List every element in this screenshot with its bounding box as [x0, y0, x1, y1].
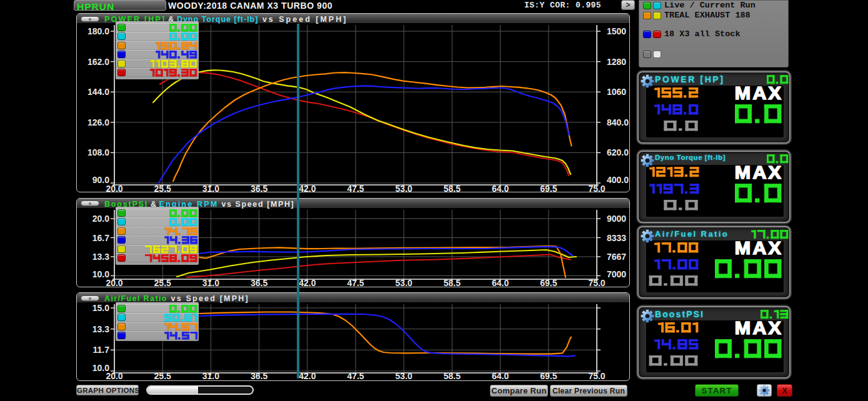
- svg-text:13.3: 13.3: [92, 324, 109, 334]
- svg-text:42.0: 42.0: [299, 184, 316, 192]
- svg-text:69.5: 69.5: [540, 371, 557, 380]
- svg-text:36.5: 36.5: [251, 184, 267, 192]
- svg-text:47.5: 47.5: [347, 371, 364, 380]
- svg-text:36.5: 36.5: [251, 371, 267, 380]
- svg-text:47.5: 47.5: [347, 184, 364, 192]
- svg-text:8333: 8333: [607, 233, 626, 243]
- svg-text:7000: 7000: [607, 269, 626, 279]
- svg-text:1060: 1060: [607, 87, 626, 97]
- svg-text:64.0: 64.0: [492, 371, 509, 380]
- svg-text:69.5: 69.5: [540, 184, 557, 192]
- svg-text:16.7: 16.7: [92, 233, 109, 243]
- svg-text:69.5: 69.5: [540, 278, 557, 287]
- svg-text:162.0: 162.0: [87, 57, 109, 67]
- svg-text:25.5: 25.5: [154, 278, 171, 287]
- svg-text:144.0: 144.0: [87, 87, 109, 97]
- svg-text:20.0: 20.0: [106, 184, 122, 192]
- svg-text:64.0: 64.0: [492, 184, 509, 192]
- svg-text:75.0: 75.0: [588, 371, 605, 380]
- svg-text:58.5: 58.5: [444, 278, 461, 287]
- svg-text:20.0: 20.0: [106, 278, 122, 287]
- svg-text:58.5: 58.5: [444, 371, 461, 380]
- svg-text:53.0: 53.0: [396, 184, 412, 192]
- svg-text:31.0: 31.0: [202, 184, 219, 192]
- svg-text:180.0: 180.0: [87, 26, 109, 36]
- svg-text:31.0: 31.0: [202, 371, 219, 380]
- svg-text:1280: 1280: [607, 57, 626, 67]
- svg-text:36.5: 36.5: [251, 278, 267, 287]
- svg-text:42.0: 42.0: [299, 371, 316, 380]
- svg-text:108.0: 108.0: [87, 147, 109, 157]
- svg-text:840.0: 840.0: [607, 117, 629, 127]
- svg-text:13.3: 13.3: [92, 252, 109, 262]
- svg-text:20.0: 20.0: [92, 214, 109, 224]
- svg-text:126.0: 126.0: [87, 117, 109, 127]
- svg-text:20.0: 20.0: [106, 371, 122, 380]
- svg-text:15.0: 15.0: [92, 303, 109, 313]
- svg-text:31.0: 31.0: [202, 278, 219, 287]
- svg-text:7667: 7667: [607, 252, 626, 262]
- svg-text:64.0: 64.0: [492, 278, 509, 287]
- svg-text:620.0: 620.0: [607, 147, 629, 157]
- svg-text:25.5: 25.5: [154, 184, 171, 192]
- svg-text:47.5: 47.5: [347, 278, 364, 287]
- svg-text:58.5: 58.5: [444, 184, 461, 192]
- svg-text:75.0: 75.0: [588, 278, 605, 287]
- svg-text:53.0: 53.0: [396, 371, 412, 380]
- svg-text:42.0: 42.0: [299, 278, 316, 287]
- svg-text:1500: 1500: [607, 26, 626, 36]
- svg-text:11.7: 11.7: [93, 345, 110, 355]
- svg-text:400.0: 400.0: [607, 175, 629, 185]
- svg-text:9000: 9000: [607, 214, 626, 224]
- svg-text:53.0: 53.0: [396, 278, 412, 287]
- svg-text:25.5: 25.5: [154, 371, 171, 380]
- svg-text:75.0: 75.0: [588, 184, 605, 192]
